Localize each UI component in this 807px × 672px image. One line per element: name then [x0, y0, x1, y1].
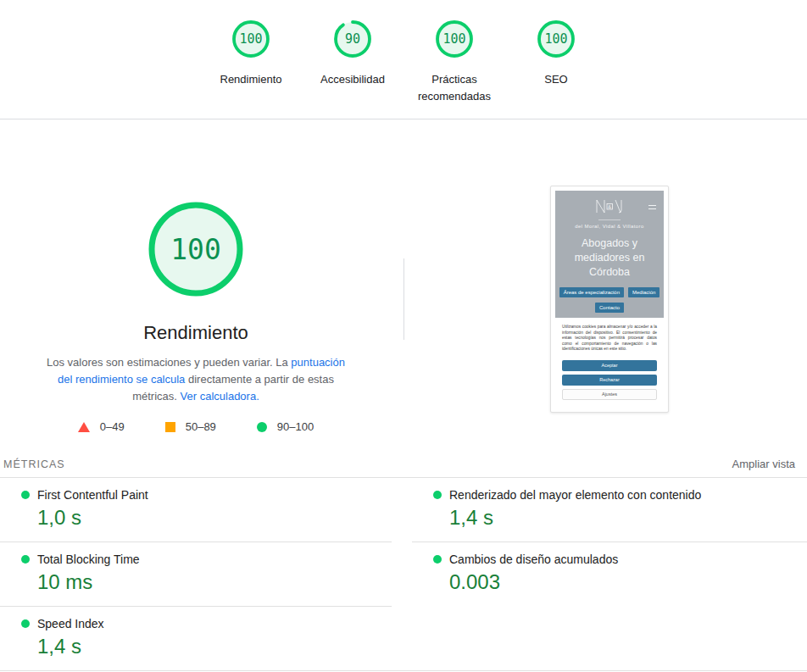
score-value: 100 [442, 31, 465, 47]
metric-label: First Contentful Paint [37, 487, 148, 503]
svg-text:&: & [608, 204, 611, 209]
metric-value: 0.003 [449, 570, 807, 594]
performance-description: Los valores son estimaciones y pueden va… [38, 354, 353, 405]
metrics-heading: MÉTRICAS [3, 458, 65, 470]
score-value: 90 [345, 31, 360, 47]
screenshot-column: & del Moral, Vidal & Villatoro Abogados … [412, 119, 807, 437]
metric-cumulative-layout-shift: Cambios de diseño acumulados 0.003 [412, 542, 807, 606]
score-summary-bar: 100 Rendimiento 90 Accesibilidad 100 Prá… [0, 0, 807, 119]
score-gauge-icon: 100 [434, 19, 475, 59]
screenshot-content: & del Moral, Vidal & Villatoro Abogados … [555, 191, 664, 408]
category-label: Accesibilidad [320, 71, 385, 88]
metric-value: 1,4 s [449, 506, 807, 530]
performance-column: 100 Rendimiento Los valores son estimaci… [0, 119, 392, 437]
score-gauge-icon: 90 [332, 19, 373, 59]
legend-item-fail: 0–49 [78, 420, 125, 433]
legend-range: 50–89 [186, 420, 216, 433]
hamburger-menu-icon [648, 205, 656, 212]
legend-item-average: 50–89 [165, 420, 216, 433]
pass-dot-icon [21, 491, 30, 499]
performance-title: Rendimiento [143, 322, 248, 344]
category-label: Prácticas recomendadas [414, 71, 495, 105]
category-label: SEO [544, 71, 567, 88]
metric-speed-index: Speed Index 1,4 s [0, 607, 392, 670]
metrics-column-right: Renderizado del mayor elemento con conte… [412, 478, 807, 670]
score-value: 100 [239, 31, 262, 47]
summary-item-practicas-recomendadas[interactable]: 100 Prácticas recomendadas [414, 19, 495, 105]
metric-value: 10 ms [37, 570, 392, 594]
performance-report-section: 100 Rendimiento Los valores son estimaci… [0, 119, 807, 437]
metrics-column-left: First Contentful Paint 1,0 s Total Block… [0, 478, 392, 670]
pass-dot-icon [433, 555, 442, 564]
metrics-section: MÉTRICAS Ampliar vista First Contentful … [0, 458, 807, 671]
legend-range: 0–49 [100, 420, 125, 433]
metric-value: 1,4 s [37, 635, 392, 658]
metric-label: Cambios de diseño acumulados [449, 552, 618, 567]
score-legend: 0–49 50–89 90–100 [78, 420, 314, 433]
score-gauge-icon: 100 [231, 19, 271, 59]
metric-value: 1,0 s [37, 506, 392, 530]
hero-nav-buttons: Áreas de especialización Mediación [555, 287, 664, 297]
metric-largest-contentful-paint: Renderizado del mayor elemento con conte… [412, 478, 807, 542]
cookie-consent-text: Utilizamos cookies para almacenar y/o ac… [562, 325, 657, 353]
summary-item-accesibilidad[interactable]: 90 Accesibilidad [312, 19, 393, 88]
metric-first-contentful-paint: First Contentful Paint 1,0 s [0, 478, 392, 542]
metric-total-blocking-time: Total Blocking Time 10 ms [0, 542, 392, 607]
expand-view-toggle[interactable]: Ampliar vista [732, 458, 795, 470]
cookie-reject-button: Rechazar [562, 375, 657, 386]
pass-dot-icon [21, 555, 30, 564]
logo-caption [598, 219, 621, 220]
summary-item-rendimiento[interactable]: 100 Rendimiento [210, 19, 292, 88]
page-screenshot-thumbnail[interactable]: & del Moral, Vidal & Villatoro Abogados … [550, 186, 669, 413]
metric-label: Total Blocking Time [37, 552, 140, 567]
cookie-settings-button: Ajustes [562, 389, 657, 400]
areas-button: Áreas de especialización [559, 287, 624, 297]
description-text: Los valores son estimaciones y pueden va… [47, 356, 291, 369]
pass-circle-icon [257, 422, 267, 432]
metric-label: Speed Index [37, 616, 104, 631]
metrics-grid: First Contentful Paint 1,0 s Total Block… [0, 478, 807, 670]
contacto-button: Contacto [595, 303, 624, 313]
score-gauge-icon: 100 [536, 19, 576, 59]
see-calculator-link[interactable]: Ver calculadora. [181, 390, 259, 403]
summary-item-seo[interactable]: 100 SEO [515, 19, 597, 88]
firm-name: del Moral, Vidal & Villatoro [555, 224, 664, 229]
performance-score-value: 100 [170, 233, 221, 266]
pass-dot-icon [433, 491, 442, 499]
cookie-accept-button: Aceptar [562, 360, 657, 371]
firm-logo-icon: & [590, 197, 629, 215]
category-label: Rendimiento [220, 71, 282, 88]
hero-title: Abogados y mediadores en Córdoba [565, 236, 654, 280]
metrics-header: MÉTRICAS Ampliar vista [0, 458, 807, 478]
fail-triangle-icon [78, 422, 90, 432]
column-divider [404, 258, 404, 340]
pass-dot-icon [21, 619, 30, 628]
screenshot-hero: & del Moral, Vidal & Villatoro Abogados … [555, 191, 664, 318]
average-square-icon [165, 422, 175, 432]
metric-label: Renderizado del mayor elemento con conte… [449, 487, 701, 503]
legend-range: 90–100 [277, 420, 314, 433]
legend-item-pass: 90–100 [257, 420, 314, 433]
performance-score-gauge: 100 [148, 202, 243, 297]
score-value: 100 [544, 31, 567, 47]
cookie-banner: Utilizamos cookies para almacenar y/o ac… [555, 318, 664, 408]
mediacion-button: Mediación [628, 287, 660, 297]
